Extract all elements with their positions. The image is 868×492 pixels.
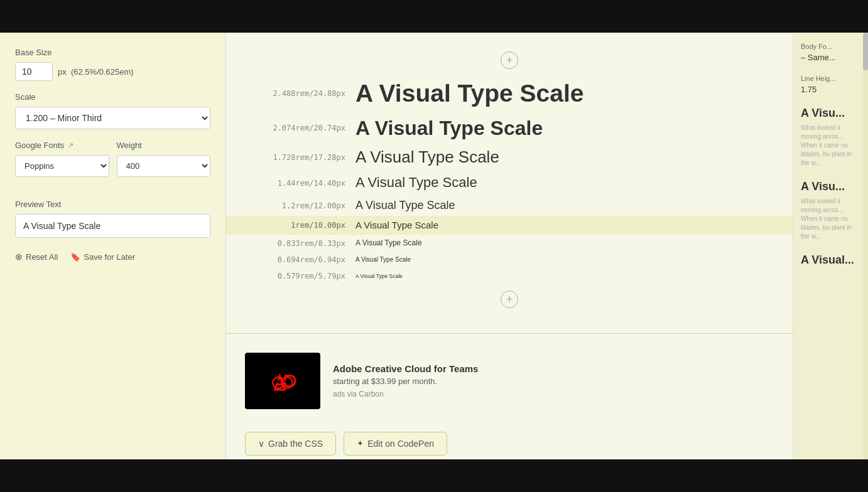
base-size-label: Base Size (15, 48, 210, 57)
add-icon-bottom[interactable]: + (501, 291, 518, 308)
save-for-later-button[interactable]: 🔖 Save for Later (70, 252, 135, 262)
type-scale-area: + 2.488rem/24.88px A Visual Type Scale 2… (226, 33, 793, 327)
scale-label: Scale (15, 92, 210, 102)
reset-all-button[interactable]: ⊗ Reset All (15, 252, 58, 262)
google-fonts-label: Google Fonts (15, 141, 64, 150)
scale-row-9: 0.579rem/5.79px A Visual Type Scale (245, 268, 774, 284)
ad-title[interactable]: Adobe Creative Cloud for Teams (333, 363, 478, 374)
preview-text-input[interactable] (15, 214, 210, 238)
action-row: ⊗ Reset All 🔖 Save for Later (15, 252, 210, 262)
scale-preview-5: A Visual Type Scale (355, 199, 455, 213)
ad-image[interactable] (245, 353, 320, 409)
scale-row-2: 2.074rem/20.74px A Visual Type Scale (245, 112, 774, 144)
ad-via: ads via Carbon (333, 390, 478, 398)
base-size-unit: px (62.5%/0.625em) (58, 67, 134, 77)
scale-label-9: 0.579rem/5.79px (245, 272, 345, 281)
scrollbar-thumb[interactable] (863, 33, 868, 70)
right-panel-body-font-label: Body Fo... (801, 43, 860, 50)
chevron-down-icon: ∨ (258, 439, 264, 449)
scale-label-1: 2.488rem/24.88px (245, 89, 345, 98)
sidebar: Base Size px (62.5%/0.625em) Scale 1.067… (0, 33, 226, 459)
preview-text-section: Preview Text (15, 200, 210, 238)
scale-row-6: 1rem/10.00px A Visual Type Scale (226, 216, 793, 235)
font-select[interactable]: Poppins Roboto Open Sans Lato Montserrat (15, 155, 109, 177)
scale-select[interactable]: 1.067 – Minor Second 1.125 – Major Secon… (15, 107, 210, 129)
right-panel: ‹ Body Fo... – Same... Line Heig... 1.75… (793, 33, 868, 459)
scale-preview-3: A Visual Type Scale (355, 147, 499, 167)
bottom-buttons: ∨ Grab the CSS ✦ Edit on CodePen (226, 422, 793, 459)
main-content: + 2.488rem/24.88px A Visual Type Scale 2… (226, 33, 793, 459)
google-fonts-section: Google Fonts ↗ Poppins Roboto Open Sans … (15, 141, 109, 177)
weight-section: Weight 100200300 400500600 700800900 (117, 141, 211, 177)
codepen-icon: ✦ (357, 439, 364, 448)
right-panel-body-font: Body Fo... – Same... (801, 43, 860, 62)
scale-label-3: 1.728rem/17.28px (245, 153, 345, 162)
top-bar (0, 0, 868, 33)
scale-preview-8: A Visual Type Scale (355, 256, 411, 264)
external-link-icon[interactable]: ↗ (68, 141, 73, 149)
right-panel-text-4: When it came no blades, bu plant in the … (801, 215, 860, 241)
add-icon-top[interactable]: + (501, 51, 518, 69)
right-panel-text-3: What looked li moving acros... (801, 197, 860, 215)
panel-toggle-button[interactable]: ‹ (793, 230, 793, 262)
scale-row-7: 0.833rem/8.33px A Visual Type Scale (245, 235, 774, 251)
reset-icon: ⊗ (15, 252, 23, 262)
right-panel-line-height-label: Line Heig... (801, 75, 860, 82)
right-panel-heading-2: A Visu... (801, 180, 860, 193)
right-panel-heading-1: A Visu... (801, 107, 860, 120)
right-panel-line-height-value: 1.75 (801, 85, 860, 94)
divider (226, 333, 793, 334)
bottom-bar (0, 459, 868, 492)
base-size-input[interactable] (15, 62, 53, 81)
scale-label-6: 1rem/10.00px (245, 221, 345, 230)
scrollbar-track[interactable] (863, 33, 868, 459)
right-panel-text-2: When it came no blades, bu plant in the … (801, 141, 860, 168)
scale-preview-2: A Visual Type Scale (355, 116, 543, 140)
right-panel-same-label: – Same... (801, 53, 860, 62)
bookmark-icon: 🔖 (70, 252, 80, 262)
right-panel-preview-2: A Visu... What looked li moving acros...… (801, 180, 860, 241)
add-scale-bottom-button[interactable]: + (245, 291, 774, 308)
ad-section: Adobe Creative Cloud for Teams starting … (226, 340, 793, 422)
scale-label-2: 2.074rem/20.74px (245, 124, 345, 132)
weight-select[interactable]: 100200300 400500600 700800900 (117, 155, 211, 177)
scale-row-3: 1.728rem/17.28px A Visual Type Scale (245, 144, 774, 171)
ad-text: Adobe Creative Cloud for Teams starting … (333, 363, 478, 398)
adobe-cc-icon (265, 363, 300, 398)
right-panel-preview-3: A Visual... (801, 254, 860, 270)
right-panel-text-1: What looked li moving acros... (801, 124, 860, 141)
right-panel-heading-3: A Visual... (801, 254, 860, 267)
scale-row-4: 1.44rem/14.40px A Visual Type Scale (245, 171, 774, 195)
scale-row-5: 1.2rem/12.00px A Visual Type Scale (245, 195, 774, 217)
scale-section: Scale 1.067 – Minor Second 1.125 – Major… (15, 92, 210, 129)
base-size-section: Base Size px (62.5%/0.625em) (15, 48, 210, 81)
scale-label-5: 1.2rem/12.00px (245, 201, 345, 210)
scale-label-8: 0.694rem/6.94px (245, 255, 345, 264)
right-panel-preview-1: A Visu... What looked li moving acros...… (801, 107, 860, 168)
scale-preview-1: A Visual Type Scale (355, 79, 583, 109)
scale-preview-9: A Visual Type Scale (355, 273, 403, 279)
scale-preview-4: A Visual Type Scale (355, 174, 477, 191)
scale-row-1: 2.488rem/24.88px A Visual Type Scale (245, 75, 774, 112)
scale-preview-7: A Visual Type Scale (355, 238, 422, 247)
scale-label-7: 0.833rem/8.33px (245, 239, 345, 248)
preview-text-label: Preview Text (15, 200, 210, 209)
scale-preview-6: A Visual Type Scale (355, 220, 438, 231)
ad-subtitle: starting at $33.99 per month. (333, 377, 478, 386)
edit-codepen-button[interactable]: ✦ Edit on CodePen (344, 432, 447, 456)
add-scale-top-button[interactable]: + (245, 51, 774, 69)
grab-css-button[interactable]: ∨ Grab the CSS (245, 432, 336, 456)
right-panel-line-height: Line Heig... 1.75 (801, 75, 860, 94)
weight-label: Weight (117, 141, 211, 150)
scale-row-8: 0.694rem/6.94px A Visual Type Scale (245, 252, 774, 268)
scale-label-4: 1.44rem/14.40px (245, 179, 345, 188)
